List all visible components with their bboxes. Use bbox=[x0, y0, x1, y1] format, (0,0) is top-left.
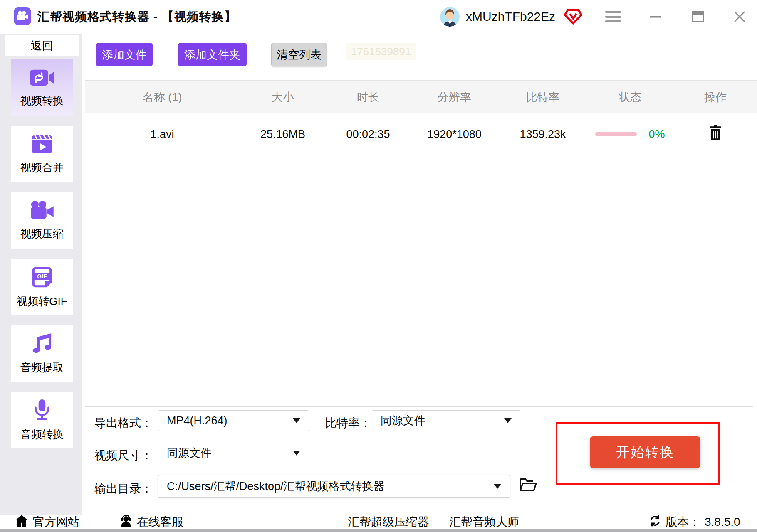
sidebar-item-video-to-gif[interactable]: GIF 视频转GIF bbox=[11, 259, 73, 315]
super-compressor-label: 汇帮超级压缩器 bbox=[348, 514, 429, 530]
file-duration: 00:02:35 bbox=[327, 128, 410, 141]
sidebar-item-video-merge[interactable]: 视频合并 bbox=[11, 126, 73, 182]
window-bottom-edge bbox=[0, 529, 757, 532]
video-size-value: 同源文件 bbox=[167, 446, 212, 461]
minimize-button[interactable] bbox=[643, 0, 668, 33]
refresh-icon[interactable] bbox=[649, 515, 661, 530]
user-avatar[interactable] bbox=[440, 7, 460, 27]
version-label: 版本： bbox=[665, 514, 700, 530]
col-action: 操作 bbox=[674, 90, 757, 105]
audio-extract-icon bbox=[31, 332, 53, 357]
audio-master-label: 汇帮音频大师 bbox=[449, 514, 519, 530]
sidebar-item-video-compress[interactable]: 视频压缩 bbox=[11, 192, 73, 249]
sidebar-item-label: 视频转GIF bbox=[17, 294, 67, 309]
svg-text:GIF: GIF bbox=[37, 273, 47, 280]
version-value: 3.8.5.0 bbox=[705, 515, 740, 529]
export-format-select[interactable]: MP4(H.264) bbox=[158, 410, 309, 431]
col-bitrate: 比特率 bbox=[499, 90, 586, 105]
video-compress-icon bbox=[29, 200, 55, 223]
app-logo-icon bbox=[14, 7, 31, 25]
trash-icon bbox=[709, 136, 722, 142]
online-support-link[interactable]: 在线客服 bbox=[119, 515, 183, 529]
chevron-down-icon bbox=[293, 418, 300, 423]
video-convert-icon bbox=[29, 67, 55, 90]
sidebar-item-label: 视频压缩 bbox=[20, 227, 64, 241]
menu-icon[interactable] bbox=[605, 11, 621, 22]
file-size: 25.16MB bbox=[239, 128, 327, 141]
delete-file-button[interactable] bbox=[709, 125, 722, 142]
start-convert-button[interactable]: 开始转换 bbox=[590, 436, 700, 468]
file-name: 1.avi bbox=[85, 128, 239, 141]
output-dir-select[interactable]: C:/Users/汇帮/Desktop/汇帮视频格式转换器 bbox=[158, 475, 510, 498]
main-panel: 添加文件 添加文件夹 清空列表 1761539891 名称 (1) 大小 时长 … bbox=[82, 34, 757, 515]
col-status: 状态 bbox=[586, 90, 674, 105]
sidebar: 返回 视频转换 bbox=[0, 34, 82, 515]
progress-percent: 0% bbox=[648, 128, 665, 141]
col-size: 大小 bbox=[239, 90, 327, 105]
version-info: 版本：3.8.5.0 bbox=[649, 515, 740, 529]
vip-badge-icon[interactable] bbox=[564, 8, 582, 25]
back-button[interactable]: 返回 bbox=[5, 35, 79, 56]
watermark: 1761539891 bbox=[346, 43, 416, 60]
video-to-gif-icon: GIF bbox=[30, 266, 54, 291]
video-size-select[interactable]: 同源文件 bbox=[158, 443, 309, 463]
bitrate-label: 比特率： bbox=[325, 415, 371, 431]
output-dir-label: 输出目录： bbox=[94, 481, 153, 497]
sidebar-item-label: 音频提取 bbox=[20, 360, 64, 375]
table-row[interactable]: 1.avi 25.16MB 00:02:35 1920*1080 1359.23… bbox=[85, 113, 757, 155]
sidebar-item-audio-extract[interactable]: 音频提取 bbox=[11, 325, 73, 382]
official-site-link[interactable]: 官方网站 bbox=[15, 515, 79, 529]
output-dir-value: C:/Users/汇帮/Desktop/汇帮视频格式转换器 bbox=[167, 479, 385, 494]
super-compressor-link[interactable]: 汇帮超级压缩器 bbox=[348, 515, 429, 529]
video-merge-icon bbox=[31, 133, 53, 157]
folder-open-icon bbox=[519, 488, 537, 494]
file-status: 0% bbox=[586, 128, 674, 141]
export-format-value: MP4(H.264) bbox=[167, 414, 228, 427]
app-title: 汇帮视频格式转换器 - 【视频转换】 bbox=[37, 0, 237, 33]
chevron-down-icon bbox=[494, 484, 501, 489]
col-duration: 时长 bbox=[327, 90, 410, 105]
footer: 官方网站 在线客服 汇帮超级压缩器 汇帮音频大师 bbox=[0, 515, 757, 532]
file-table: 名称 (1) 大小 时长 分辨率 比特率 状态 操作 1.avi 25.16MB… bbox=[85, 80, 757, 155]
add-folder-button[interactable]: 添加文件夹 bbox=[178, 43, 247, 66]
sidebar-item-label: 视频转换 bbox=[20, 94, 64, 108]
file-resolution: 1920*1080 bbox=[410, 128, 499, 141]
bitrate-value: 同源文件 bbox=[381, 413, 426, 428]
export-format-label: 导出格式： bbox=[94, 415, 153, 431]
chevron-down-icon bbox=[504, 418, 512, 423]
titlebar: 汇帮视频格式转换器 - 【视频转换】 xMUzhTFb22Ez bbox=[0, 0, 757, 33]
online-support-label: 在线客服 bbox=[137, 514, 183, 530]
username[interactable]: xMUzhTFb22Ez bbox=[466, 0, 555, 33]
file-action bbox=[674, 125, 757, 144]
sidebar-item-audio-convert[interactable]: 音频转换 bbox=[11, 392, 73, 448]
clear-list-button[interactable]: 清空列表 bbox=[271, 43, 327, 66]
sidebar-item-label: 视频合并 bbox=[20, 160, 64, 175]
official-site-label: 官方网站 bbox=[33, 514, 79, 530]
col-resolution: 分辨率 bbox=[410, 90, 499, 105]
progress-bar bbox=[595, 132, 637, 136]
audio-master-link[interactable]: 汇帮音频大师 bbox=[449, 515, 519, 529]
headset-person-icon bbox=[119, 514, 133, 530]
sidebar-item-label: 音频转换 bbox=[20, 427, 64, 442]
video-size-label: 视频尺寸： bbox=[94, 448, 153, 463]
add-file-button[interactable]: 添加文件 bbox=[96, 43, 153, 66]
app-window: 汇帮视频格式转换器 - 【视频转换】 xMUzhTFb22Ez bbox=[0, 0, 757, 532]
file-bitrate: 1359.23k bbox=[499, 128, 586, 141]
home-icon bbox=[15, 514, 29, 530]
maximize-button[interactable] bbox=[685, 0, 710, 33]
bitrate-select[interactable]: 同源文件 bbox=[372, 410, 520, 431]
table-header: 名称 (1) 大小 时长 分辨率 比特率 状态 操作 bbox=[85, 80, 757, 113]
audio-convert-icon bbox=[32, 399, 52, 424]
chevron-down-icon bbox=[293, 451, 300, 456]
sidebar-item-video-convert[interactable]: 视频转换 bbox=[11, 59, 73, 116]
close-button[interactable] bbox=[727, 0, 752, 33]
col-name: 名称 (1) bbox=[85, 90, 239, 105]
browse-folder-button[interactable] bbox=[519, 478, 537, 494]
